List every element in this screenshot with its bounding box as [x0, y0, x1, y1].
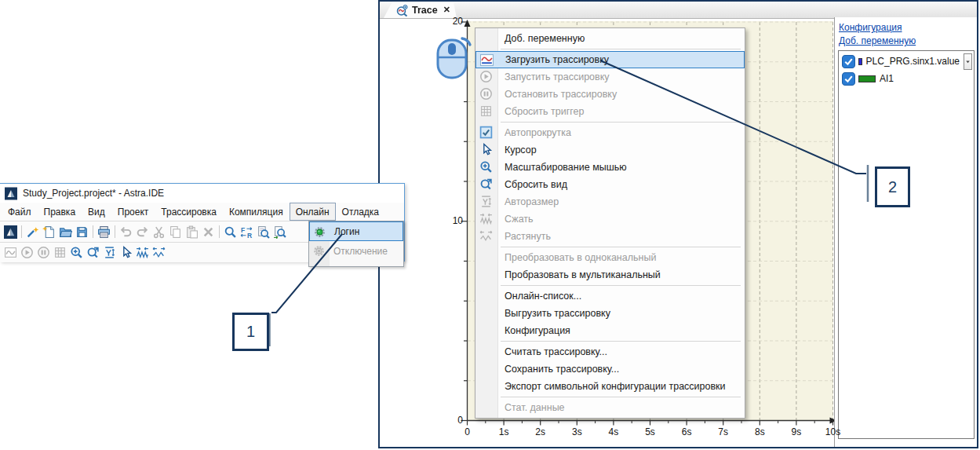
context-menu-item-online-list[interactable]: Онлайн-список... [475, 287, 745, 305]
paste-icon[interactable] [184, 224, 200, 240]
menu-online[interactable]: Онлайн [290, 203, 336, 221]
menu-separator [501, 341, 741, 342]
x-axis-tick-label: 2s [528, 426, 553, 437]
context-menu-item-export-symbolic-config[interactable]: Экспорт символьной конфигурации трассиро… [475, 378, 745, 395]
menu-view[interactable]: Вид [82, 203, 111, 221]
online-menu-item-login[interactable]: Логин [309, 221, 403, 241]
play-icon[interactable] [19, 245, 35, 261]
wand-icon[interactable] [24, 224, 41, 240]
print-icon[interactable] [96, 224, 112, 240]
context-menu-item-convert-multichannel[interactable]: Пробразовать в мультиканальный [475, 266, 745, 284]
play-icon [479, 70, 494, 84]
x-axis-tick-label: 1s [491, 426, 516, 437]
open-folder-icon[interactable] [57, 224, 74, 240]
context-menu-item-add-variable[interactable]: Доб. переменную [475, 30, 745, 47]
context-menu-item-read-trace[interactable]: Считать трассировку... [475, 343, 745, 360]
tab-strip: Trace ✕ [380, 2, 977, 19]
copy-icon[interactable] [167, 224, 184, 240]
autosize-icon[interactable] [101, 245, 118, 261]
reset-view-icon[interactable] [85, 245, 101, 261]
undo-icon[interactable] [118, 224, 134, 240]
context-menu-item-reset-view[interactable]: Сбросить вид [475, 176, 745, 193]
zoom-in-icon[interactable] [68, 245, 85, 261]
menu-debug[interactable]: Отладка [336, 203, 385, 221]
menu-bar: ФайлПравкаВидПроектТрассировкаКомпиляция… [0, 203, 404, 221]
trigger-table-icon[interactable] [52, 245, 68, 261]
series-color-swatch [858, 75, 876, 82]
search-next-icon[interactable] [271, 224, 288, 240]
context-menu-item-label: Сбросить вид [505, 179, 567, 190]
cut-icon[interactable] [151, 224, 167, 240]
context-menu-item-load-trace[interactable]: Загрузить трассировку [475, 51, 745, 68]
menu-file[interactable]: Файл [2, 203, 38, 221]
cursor-icon[interactable] [118, 245, 134, 261]
context-menu-item-autofit: Авторазмер [475, 193, 745, 210]
chevron-down-icon[interactable] [964, 53, 972, 70]
trace-icon[interactable] [2, 245, 19, 261]
context-menu-item-convert-singlechannel: Преобразовать в одноканальный [475, 249, 745, 266]
context-menu-item-mouse-zoom[interactable]: Масштабирование мышью [475, 159, 745, 176]
configuration-link[interactable]: Конфигурация [839, 22, 975, 33]
delete-icon[interactable] [200, 224, 217, 240]
context-menu-item-label: Сохранить трассировку... [505, 364, 619, 375]
context-menu-item-cursor[interactable]: Курсор [475, 141, 745, 159]
save-icon[interactable] [74, 224, 90, 240]
find-replace-icon[interactable]: FR [239, 224, 255, 240]
callout-1-label: 1 [246, 323, 255, 341]
checkbox-checked-icon[interactable] [842, 72, 854, 85]
context-menu-item-label: Пробразовать в мультиканальный [505, 269, 661, 280]
menu-separator [501, 397, 741, 397]
context-menu-item-save-trace[interactable]: Сохранить трассировку... [475, 360, 745, 378]
app-logo-icon[interactable] [2, 224, 19, 240]
reset-view-icon [479, 177, 494, 192]
context-menu-item-label: Запустить трассировку [505, 71, 610, 82]
search-icon[interactable] [222, 224, 239, 240]
variable-row-ai1[interactable]: AI1 [839, 70, 974, 87]
variable-row-plc-prg-sinx1-value[interactable]: PLC_PRG.sinx1.value [839, 53, 974, 70]
context-menu-item-reset-trigger: Сбросить триггер [475, 103, 745, 120]
context-menu-item-label: Автопрокрутка [505, 127, 571, 138]
checkbox-checked-icon[interactable] [842, 55, 854, 68]
trace-tab-icon [396, 4, 409, 16]
cursor-icon [479, 143, 494, 157]
context-menu-item-upload-trace[interactable]: Выгрузить трассировку [475, 305, 745, 322]
new-file-icon[interactable] [41, 224, 57, 240]
x-axis-tick-label: 5s [638, 426, 663, 437]
pause-icon[interactable] [35, 245, 52, 261]
context-menu-item-label: Авторазмер [505, 196, 559, 207]
callout-2: 2 [875, 166, 910, 207]
toolbar-separator [21, 225, 22, 238]
svg-text:F: F [241, 225, 245, 233]
menu-project[interactable]: Проект [111, 203, 155, 221]
context-menu-item-stretch: Растянуть [475, 228, 745, 245]
context-menu-item-label: Считать трассировку... [505, 346, 607, 357]
close-icon[interactable]: ✕ [443, 5, 450, 15]
redo-icon[interactable] [134, 224, 151, 240]
variable-name: AI1 [880, 73, 894, 84]
compress-icon [479, 212, 494, 226]
context-menu-item-stop-trace: Остановить трассировку [475, 86, 745, 103]
stretch-icon[interactable] [151, 245, 167, 261]
context-menu-item-configuration[interactable]: Конфигурация [475, 322, 745, 339]
x-axis-tick-label: 10s [821, 426, 846, 437]
compress-icon[interactable] [134, 245, 151, 261]
zoom-in-icon [479, 160, 494, 174]
window-title: Study_Project.project* - Astra.IDE [23, 188, 164, 199]
menu-separator [501, 49, 741, 49]
menu-trace[interactable]: Трассировка [155, 203, 223, 221]
search-files-icon[interactable] [255, 224, 271, 240]
x-axis-tick-label: 7s [711, 426, 736, 437]
menu-build[interactable]: Компиляция [223, 203, 290, 221]
login-gear-icon [313, 225, 326, 239]
menu-edit[interactable]: Правка [38, 203, 82, 221]
x-axis-tick-label: 8s [747, 426, 772, 437]
add-variable-link[interactable]: Доб. переменную [839, 35, 975, 46]
toolbar-separator [219, 225, 220, 238]
y-axis-tick-label: 20 [430, 16, 463, 27]
logout-gear-icon [312, 244, 326, 258]
context-menu-item-label: Сбросить триггер [505, 106, 584, 117]
y-axis-tick-label: 10 [430, 215, 463, 226]
toolbar-separator [115, 225, 115, 238]
online-menu-dropdown: ЛогинОтключение [308, 221, 404, 267]
menu-separator [501, 247, 741, 247]
